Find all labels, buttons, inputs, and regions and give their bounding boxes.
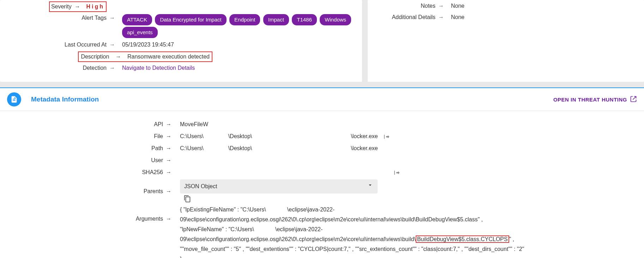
- arguments-label: Arguments: [7, 205, 166, 224]
- tag[interactable]: Endpoint: [229, 14, 260, 25]
- arrow-icon: →: [109, 40, 122, 49]
- arrow-icon: →: [438, 13, 451, 22]
- metadata-body: API → MoveFileW File → C:\Users\\Desktop…: [0, 111, 644, 258]
- sha256-value: [180, 167, 550, 177]
- notes-label: Notes: [375, 1, 438, 11]
- severity-value: High: [83, 2, 104, 11]
- parents-dropdown[interactable]: JSON Object: [180, 179, 378, 194]
- sha256-label: SHA256: [7, 167, 166, 177]
- arrow-icon: →: [166, 155, 180, 165]
- arrow-icon: →: [166, 205, 180, 224]
- description-highlight: Description → Ransomware execution detec…: [78, 51, 212, 62]
- path-label: Path: [7, 143, 166, 153]
- parents-label: Parents: [7, 186, 166, 196]
- arrow-icon: →: [438, 1, 451, 11]
- arrow-icon: →: [109, 63, 122, 73]
- severity-highlight: Severity → High: [49, 1, 107, 12]
- alert-tags-label: Alert Tags: [7, 13, 109, 23]
- export-icon[interactable]: [383, 133, 390, 140]
- parents-value: JSON Object: [180, 179, 550, 203]
- detection-label: Detection: [7, 63, 109, 73]
- file-value: C:\Users\\Desktop\\locker.exe: [180, 131, 550, 141]
- detection-details-link[interactable]: Navigate to Detection Details: [122, 65, 195, 71]
- additional-details-value: None: [451, 13, 637, 22]
- tag[interactable]: T1486: [292, 14, 317, 25]
- export-icon[interactable]: [393, 169, 400, 176]
- arrow-icon: →: [166, 167, 180, 177]
- last-occurred-label: Last Occurred At: [7, 40, 109, 49]
- open-in-threat-hunting-link[interactable]: OPEN IN THREAT HUNTING: [553, 96, 637, 104]
- api-label: API: [7, 119, 166, 129]
- arguments-value: { "lpExistingFileName" : "C:\Users\\ecli…: [180, 205, 526, 258]
- arrow-icon: →: [166, 119, 180, 129]
- tag[interactable]: Data Encrypted for Impact: [155, 14, 226, 25]
- arrow-icon: →: [166, 143, 180, 153]
- chevron-down-icon: [367, 182, 373, 191]
- alert-details-card: Severity → High Alert Tags → ATTACK Data…: [0, 0, 362, 82]
- arrow-icon: →: [166, 186, 180, 196]
- additional-details-label: Additional Details: [375, 13, 438, 22]
- side-details-card: Notes → None Additional Details → None: [368, 0, 644, 82]
- user-label: User: [7, 155, 166, 165]
- tag[interactable]: ATTACK: [122, 14, 152, 25]
- metadata-section-header: Metadata Information OPEN IN THREAT HUNT…: [0, 87, 644, 111]
- section-title: Metadata Information: [31, 96, 553, 103]
- file-label: File: [7, 131, 166, 141]
- description-label: Description: [81, 52, 109, 61]
- alert-tags-value: ATTACK Data Encrypted for Impact Endpoin…: [122, 13, 355, 39]
- description-value: Ransomware execution detected: [127, 52, 210, 61]
- external-link-icon: [630, 96, 637, 104]
- tag[interactable]: Windows: [320, 14, 351, 25]
- tag[interactable]: api_events: [122, 27, 158, 38]
- arrow-icon: →: [109, 13, 122, 23]
- last-occurred-value: 05/19/2023 19:45:47: [122, 40, 355, 49]
- arrow-icon: →: [166, 131, 180, 141]
- notes-value: None: [451, 1, 637, 11]
- copy-icon[interactable]: [183, 195, 191, 203]
- tag[interactable]: Impact: [263, 14, 289, 25]
- arguments-highlight: BuildDebugView$5.class.CYCLOPS: [416, 235, 509, 243]
- document-icon: [7, 92, 21, 106]
- path-value: C:\Users\\Desktop\\locker.exe: [180, 143, 550, 153]
- severity-label: Severity: [51, 2, 72, 11]
- api-value: MoveFileW: [180, 119, 550, 129]
